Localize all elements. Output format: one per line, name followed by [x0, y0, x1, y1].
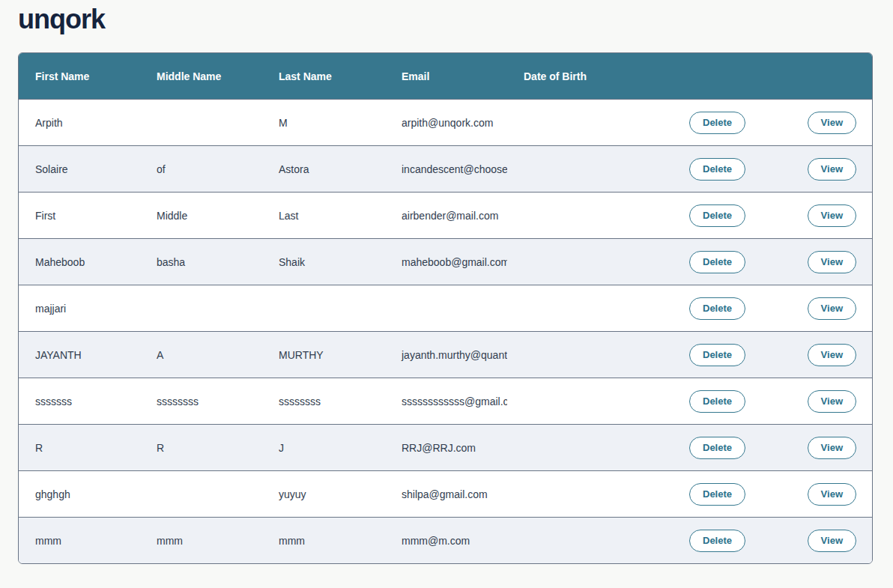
view-button[interactable]: View [808, 112, 856, 134]
cell-first-name: Maheboob [19, 256, 140, 268]
delete-button[interactable]: Delete [689, 112, 745, 134]
cell-middle-name: ssssssss [140, 395, 262, 407]
table-row: Solaire of Astora incandescent@choosenun… [19, 145, 872, 192]
cell-first-name: JAYANTH [19, 349, 140, 361]
cell-middle-name: Middle [140, 210, 262, 222]
cell-last-name: mmm [262, 535, 385, 547]
cell-actions: Delete View [650, 239, 872, 285]
records-table: First Name Middle Name Last Name Email D… [18, 52, 873, 564]
view-button[interactable]: View [808, 390, 856, 413]
view-button[interactable]: View [808, 204, 856, 227]
cell-actions: Delete View [650, 378, 872, 424]
cell-last-name: Last [262, 210, 385, 222]
table-row: ghghgh yuyuy shilpa@gmail.com Delete Vie… [19, 470, 872, 517]
column-header-date-of-birth: Date of Birth [507, 70, 650, 82]
delete-button[interactable]: Delete [689, 483, 745, 506]
cell-middle-name: mmm [140, 535, 262, 547]
column-header-email: Email [385, 70, 507, 82]
unqork-logo: unqork [18, 4, 105, 35]
view-button[interactable]: View [808, 483, 856, 506]
cell-actions: Delete View [650, 425, 872, 470]
delete-button[interactable]: Delete [689, 344, 745, 366]
delete-button[interactable]: Delete [689, 297, 745, 320]
column-header-middle-name: Middle Name [140, 70, 262, 82]
table-row: sssssss ssssssss ssssssss ssssssssssss@g… [19, 378, 872, 424]
cell-actions: Delete View [650, 193, 872, 238]
delete-button[interactable]: Delete [689, 530, 745, 552]
cell-email: ssssssssssss@gmail.com [385, 395, 507, 407]
cell-email: arpith@unqork.com [385, 117, 507, 129]
cell-email: jayanth.murthy@quantiphi.com [385, 349, 507, 361]
cell-email: airbender@mail.com [385, 210, 507, 222]
cell-last-name: yuyuy [262, 488, 385, 500]
cell-first-name: First [19, 210, 140, 222]
cell-last-name: J [262, 442, 385, 454]
table-header-row: First Name Middle Name Last Name Email D… [19, 53, 872, 99]
cell-actions: Delete View [650, 518, 872, 563]
cell-middle-name: A [140, 349, 262, 361]
table-row: Maheboob basha Shaik maheboob@gmail.com … [19, 238, 872, 285]
cell-middle-name: of [140, 163, 262, 175]
column-header-first-name: First Name [19, 70, 140, 82]
view-button[interactable]: View [808, 297, 856, 320]
cell-actions: Delete View [650, 332, 872, 378]
cell-email: maheboob@gmail.com [385, 256, 507, 268]
cell-first-name: Solaire [19, 163, 140, 175]
table-row: JAYANTH A MURTHY jayanth.murthy@quantiph… [19, 331, 872, 378]
cell-first-name: ghghgh [19, 488, 140, 500]
cell-middle-name: basha [140, 256, 262, 268]
view-button[interactable]: View [808, 158, 856, 181]
cell-actions: Delete View [650, 146, 872, 192]
cell-actions: Delete View [650, 471, 872, 517]
cell-first-name: sssssss [19, 395, 140, 407]
table-row: majjari Delete View [19, 285, 872, 331]
delete-button[interactable]: Delete [689, 158, 745, 181]
delete-button[interactable]: Delete [689, 437, 745, 459]
cell-email: mmm@m.com [385, 535, 507, 547]
cell-last-name: M [262, 117, 385, 129]
cell-middle-name: R [140, 442, 262, 454]
cell-email: shilpa@gmail.com [385, 488, 507, 500]
view-button[interactable]: View [808, 344, 856, 366]
cell-actions: Delete View [650, 285, 872, 331]
delete-button[interactable]: Delete [689, 251, 745, 273]
cell-email: RRJ@RRJ.com [385, 442, 507, 454]
cell-first-name: Arpith [19, 117, 140, 129]
table-row: R R J RRJ@RRJ.com Delete View [19, 424, 872, 470]
table-row: mmm mmm mmm mmm@m.com Delete View [19, 517, 872, 563]
view-button[interactable]: View [808, 530, 856, 552]
cell-last-name: Astora [262, 163, 385, 175]
cell-first-name: mmm [19, 535, 140, 547]
delete-button[interactable]: Delete [689, 390, 745, 413]
cell-last-name: ssssssss [262, 395, 385, 407]
table-row: Arpith M arpith@unqork.com Delete View [19, 99, 872, 145]
cell-last-name: Shaik [262, 256, 385, 268]
table-body: Arpith M arpith@unqork.com Delete View S… [19, 99, 872, 563]
cell-email: incandescent@choosenundead.hollow.darkso… [385, 163, 507, 175]
cell-last-name: MURTHY [262, 349, 385, 361]
cell-first-name: majjari [19, 303, 140, 315]
cell-first-name: R [19, 442, 140, 454]
cell-actions: Delete View [650, 100, 872, 145]
view-button[interactable]: View [808, 251, 856, 273]
delete-button[interactable]: Delete [689, 204, 745, 227]
column-header-last-name: Last Name [262, 70, 385, 82]
table-row: First Middle Last airbender@mail.com Del… [19, 192, 872, 238]
view-button[interactable]: View [808, 437, 856, 459]
